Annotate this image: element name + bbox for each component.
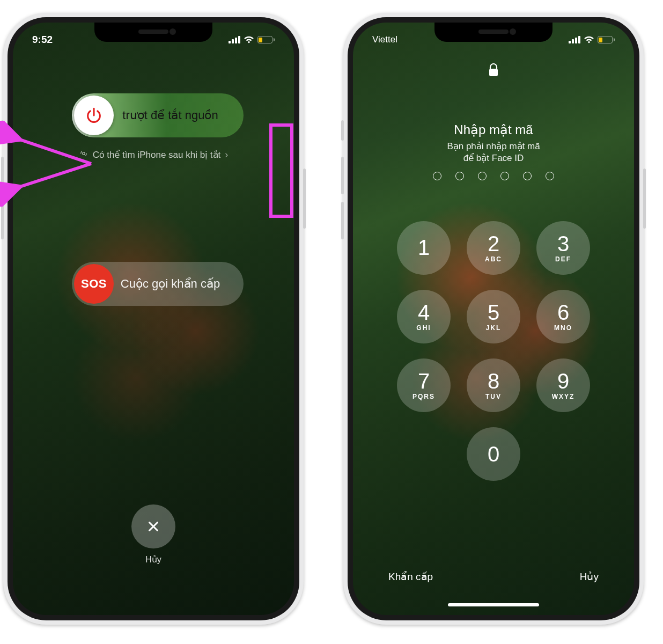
- status-right: [229, 36, 275, 43]
- wifi-icon: [244, 36, 254, 43]
- volume-down-button[interactable]: [341, 202, 344, 239]
- keypad: 1 2ABC 3DEF 4GHI 5JKL 6MNO 7PQRS 8TUV 9W…: [353, 221, 634, 481]
- battery-icon: [598, 36, 615, 43]
- mute-switch[interactable]: [341, 120, 344, 141]
- svg-rect-3: [489, 69, 498, 76]
- passcode-subtitle: Bạn phải nhập mật mãđể bật Face ID: [353, 141, 634, 164]
- close-icon: [145, 518, 161, 535]
- lock-icon: [488, 63, 499, 79]
- sos-label: Cuộc gọi khẩn cấp: [116, 277, 244, 291]
- power-off-label: trượt để tắt nguồn: [116, 108, 244, 122]
- svg-point-0: [82, 152, 85, 155]
- key-4[interactable]: 4GHI: [397, 290, 451, 343]
- key-2[interactable]: 2ABC: [467, 221, 520, 275]
- home-indicator[interactable]: [448, 603, 539, 606]
- cancel-label: Hủy: [13, 554, 294, 565]
- passcode-title: Nhập mật mã: [353, 122, 634, 137]
- key-8[interactable]: 8TUV: [467, 358, 520, 412]
- bottom-actions: Khẩn cấp Hủy: [353, 570, 634, 583]
- find-iphone-label: Có thể tìm iPhone sau khi bị tắt: [93, 149, 221, 160]
- key-0[interactable]: 0: [467, 427, 520, 481]
- side-power-button[interactable]: [303, 169, 306, 229]
- mute-switch[interactable]: [1, 120, 4, 141]
- cancel-button[interactable]: [131, 504, 175, 548]
- volume-up-button[interactable]: [1, 157, 4, 194]
- passcode-dots: [353, 172, 634, 180]
- side-power-button[interactable]: [643, 169, 646, 229]
- key-3[interactable]: 3DEF: [536, 221, 590, 275]
- cell-signal-icon: [229, 36, 240, 43]
- cancel-button[interactable]: Hủy: [580, 570, 599, 583]
- chevron-right-icon: ›: [225, 149, 228, 160]
- cell-signal-icon: [569, 36, 580, 43]
- notch: [94, 23, 212, 42]
- status-carrier: Viettel: [372, 34, 397, 45]
- find-my-icon: [79, 149, 89, 161]
- phone-frame-left: 9:52 trượt để tắt nguồn Có thể tìm iPhon…: [3, 13, 304, 625]
- sos-icon[interactable]: SOS: [74, 264, 114, 304]
- wifi-icon: [584, 36, 594, 43]
- status-right: [569, 36, 615, 43]
- passcode-screen: Viettel Nhập mật mã Bạn phải nhập mật mã…: [353, 23, 634, 615]
- battery-icon: [257, 36, 275, 43]
- notch: [434, 23, 552, 42]
- volume-up-button[interactable]: [341, 157, 344, 194]
- sos-slider[interactable]: SOS Cuộc gọi khẩn cấp: [72, 262, 244, 306]
- key-5[interactable]: 5JKL: [467, 290, 520, 343]
- key-9[interactable]: 9WXYZ: [536, 358, 590, 412]
- key-6[interactable]: 6MNO: [536, 290, 590, 343]
- find-iphone-row[interactable]: Có thể tìm iPhone sau khi bị tắt ›: [13, 149, 294, 161]
- emergency-button[interactable]: Khẩn cấp: [388, 570, 433, 583]
- key-1[interactable]: 1: [397, 221, 451, 275]
- power-off-slider[interactable]: trượt để tắt nguồn: [72, 93, 244, 137]
- power-icon[interactable]: [74, 96, 114, 135]
- key-7[interactable]: 7PQRS: [397, 358, 451, 412]
- status-time: 9:52: [32, 34, 53, 46]
- volume-down-button[interactable]: [1, 202, 4, 239]
- power-off-screen: 9:52 trượt để tắt nguồn Có thể tìm iPhon…: [13, 23, 294, 615]
- phone-frame-right: Viettel Nhập mật mã Bạn phải nhập mật mã…: [343, 13, 644, 625]
